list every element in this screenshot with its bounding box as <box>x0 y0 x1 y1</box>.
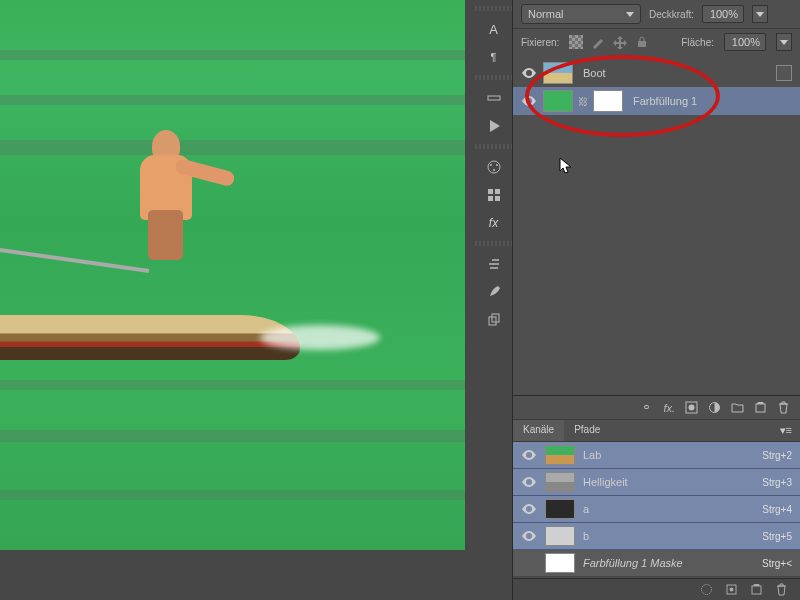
visibility-toggle-icon[interactable] <box>521 556 537 570</box>
channel-row[interactable]: a Strg+4 <box>513 496 800 523</box>
channel-shortcut: Strg+2 <box>762 450 792 461</box>
fill-value[interactable]: 100% <box>724 33 766 51</box>
svg-rect-5 <box>488 189 493 194</box>
boat-subject <box>0 200 340 380</box>
channels-list: Lab Strg+2 Helligkeit Strg+3 a Strg+4 b … <box>513 442 800 577</box>
channel-row[interactable]: b Strg+5 <box>513 523 800 550</box>
channel-name: Lab <box>583 449 754 461</box>
lock-label: Fixieren: <box>521 37 559 48</box>
svg-rect-19 <box>752 586 761 594</box>
tab-paths[interactable]: Pfade <box>564 420 610 441</box>
svg-point-16 <box>702 585 712 595</box>
fx-icon[interactable]: fx. <box>663 402 675 414</box>
lock-transparency-icon[interactable] <box>569 35 583 49</box>
trash-icon[interactable] <box>777 401 790 414</box>
channel-thumbnail <box>545 526 575 546</box>
vertical-tool-strip: A ¶ fx <box>475 0 513 600</box>
opacity-dropdown[interactable] <box>752 5 768 23</box>
brush-panel-icon[interactable] <box>480 280 508 304</box>
channel-shortcut: Strg+3 <box>762 477 792 488</box>
fill-label: Fläche: <box>681 37 714 48</box>
character-panel-icon[interactable]: A <box>480 17 508 41</box>
layer-name[interactable]: Farbfüllung 1 <box>633 95 697 107</box>
visibility-toggle-icon[interactable] <box>521 475 537 489</box>
mask-icon[interactable] <box>685 401 698 414</box>
channel-thumbnail <box>545 553 575 573</box>
load-selection-icon[interactable] <box>700 583 713 596</box>
adjustment-icon[interactable] <box>708 401 721 414</box>
channel-name: Farbfüllung 1 Maske <box>583 557 754 569</box>
layer-row[interactable]: ⛓ Farbfüllung 1 <box>513 87 800 115</box>
opacity-value[interactable]: 100% <box>702 5 744 23</box>
opacity-label: Deckkraft: <box>649 9 694 20</box>
visibility-toggle-icon[interactable] <box>521 502 537 516</box>
measurement-icon[interactable] <box>480 86 508 110</box>
lock-row: Fixieren: Fläche: 100% <box>513 29 800 55</box>
layers-footer-bar: fx. <box>513 396 800 420</box>
styles-panel-icon[interactable] <box>480 183 508 207</box>
svg-rect-6 <box>495 189 500 194</box>
lock-position-icon[interactable] <box>613 35 627 49</box>
trash-icon[interactable] <box>775 583 788 596</box>
channel-thumbnail <box>545 499 575 519</box>
panel-menu-icon[interactable]: ▾≡ <box>772 420 800 441</box>
swatches-panel-icon[interactable] <box>480 155 508 179</box>
channel-thumbnail <box>545 445 575 465</box>
svg-point-4 <box>493 169 495 171</box>
link-icon[interactable] <box>640 401 653 414</box>
channel-name: b <box>583 530 754 542</box>
channel-shortcut: Strg+4 <box>762 504 792 515</box>
channels-panel: fx. Kanäle Pfade ▾≡ Lab Strg+2 Helligkei… <box>513 395 800 600</box>
lock-all-icon[interactable] <box>635 35 649 49</box>
svg-point-2 <box>490 164 492 166</box>
paragraph-panel-icon[interactable]: ¶ <box>480 45 508 69</box>
channel-thumbnail <box>545 472 575 492</box>
panel-tabs: Kanäle Pfade ▾≡ <box>513 420 800 442</box>
svg-rect-15 <box>756 404 765 412</box>
document-canvas[interactable] <box>0 0 465 550</box>
chevron-down-icon <box>626 12 634 17</box>
layers-panel-header: Normal Deckkraft: 100% <box>513 0 800 29</box>
layer-thumbnail[interactable] <box>543 62 573 84</box>
play-icon[interactable] <box>480 114 508 138</box>
channel-shortcut: Strg+5 <box>762 531 792 542</box>
visibility-toggle-icon[interactable] <box>521 448 537 462</box>
link-icon[interactable]: ⛓ <box>579 96 587 107</box>
channels-footer-bar <box>513 578 800 600</box>
svg-point-1 <box>488 161 500 173</box>
clone-source-icon[interactable] <box>480 308 508 332</box>
svg-rect-11 <box>638 41 646 47</box>
new-channel-icon[interactable] <box>750 583 763 596</box>
folder-icon[interactable] <box>731 401 744 414</box>
channel-shortcut: Strg+< <box>762 558 792 569</box>
svg-point-13 <box>689 405 695 411</box>
channel-name: a <box>583 503 754 515</box>
channel-name: Helligkeit <box>583 476 754 488</box>
fx-icon[interactable]: fx <box>480 211 508 235</box>
svg-rect-0 <box>488 96 500 100</box>
save-selection-icon[interactable] <box>725 583 738 596</box>
channel-row[interactable]: Farbfüllung 1 Maske Strg+< <box>513 550 800 577</box>
tab-channels[interactable]: Kanäle <box>513 420 564 441</box>
svg-point-3 <box>496 164 498 166</box>
layer-name[interactable]: Boot <box>583 67 606 79</box>
svg-point-18 <box>730 588 734 592</box>
svg-rect-8 <box>495 196 500 201</box>
channel-row[interactable]: Helligkeit Strg+3 <box>513 469 800 496</box>
layers-list: Boot ⛓ Farbfüllung 1 <box>513 55 800 119</box>
mask-thumbnail[interactable] <box>593 90 623 112</box>
visibility-toggle-icon[interactable] <box>521 529 537 543</box>
visibility-toggle-icon[interactable] <box>521 94 537 108</box>
adjustments-icon[interactable] <box>480 252 508 276</box>
fill-thumbnail[interactable] <box>543 90 573 112</box>
channel-row[interactable]: Lab Strg+2 <box>513 442 800 469</box>
fill-dropdown[interactable] <box>776 33 792 51</box>
blend-mode-value: Normal <box>528 8 563 20</box>
layer-filter-icon[interactable] <box>776 65 792 81</box>
layer-row[interactable]: Boot <box>513 59 800 87</box>
visibility-toggle-icon[interactable] <box>521 66 537 80</box>
blend-mode-dropdown[interactable]: Normal <box>521 4 641 24</box>
new-layer-icon[interactable] <box>754 401 767 414</box>
svg-rect-7 <box>488 196 493 201</box>
lock-pixels-icon[interactable] <box>591 35 605 49</box>
